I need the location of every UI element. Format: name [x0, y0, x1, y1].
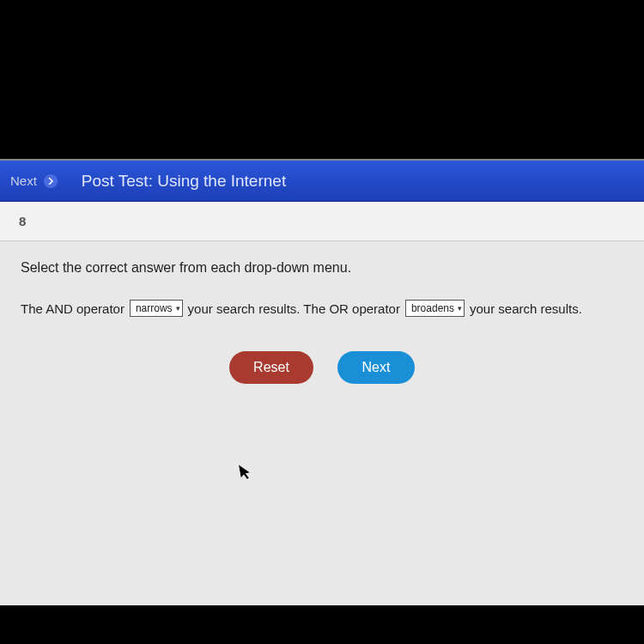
instruction-text: Select the correct answer from each drop…: [21, 260, 623, 276]
header-bar: Next Post Test: Using the Internet: [0, 161, 644, 202]
app-screen: Next Post Test: Using the Internet 8 Sel…: [0, 159, 644, 605]
question-number-bar: 8: [0, 202, 644, 241]
next-button[interactable]: Next: [337, 351, 415, 384]
dropdown-value: broadens: [411, 302, 454, 314]
reset-button[interactable]: Reset: [229, 351, 313, 384]
question-content: Select the correct answer from each drop…: [0, 241, 644, 403]
or-operator-dropdown[interactable]: broadens ▾: [405, 300, 465, 317]
and-operator-dropdown[interactable]: narrows ▾: [130, 300, 183, 317]
nav-next-label: Next: [10, 173, 37, 188]
dropdown-value: narrows: [136, 302, 173, 314]
arrow-right-icon: [44, 174, 58, 188]
question-sentence: The AND operator narrows ▾ your search r…: [21, 300, 623, 317]
chevron-down-icon: ▾: [176, 304, 180, 313]
chevron-down-icon: ▾: [458, 304, 462, 313]
sentence-part-3: your search results.: [470, 301, 582, 316]
page-title: Post Test: Using the Internet: [82, 172, 286, 191]
question-number: 8: [12, 210, 33, 232]
sentence-part-1: The AND operator: [21, 301, 125, 316]
nav-next-link[interactable]: Next: [10, 173, 58, 188]
sentence-part-2: your search results. The OR operator: [188, 301, 400, 316]
action-buttons: Reset Next: [21, 351, 623, 384]
